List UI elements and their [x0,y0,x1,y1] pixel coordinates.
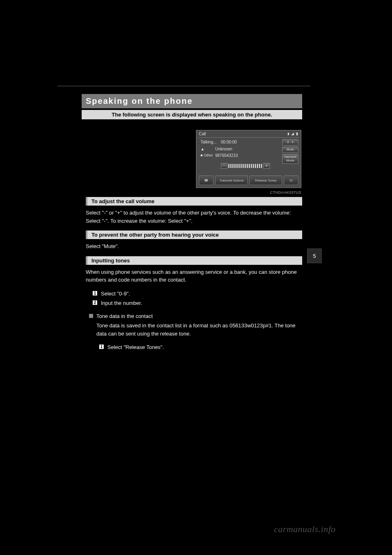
image-credit: CTHDAAK037US [196,190,301,195]
other-label: ■ Other [200,153,213,157]
adjust-volume-body: Select "-" or "+" to adjust the volume o… [86,209,298,225]
tones-lead: When using phone services such as an ans… [86,268,298,284]
in-call-screenshot: Call ◗ ◢ ▮ Talking... 00:00:00 ▲ Unknown… [196,130,301,188]
step-number-2: 2 [92,300,98,305]
volume-plus-button[interactable]: + [263,163,270,169]
talking-label: Talking... [200,140,216,144]
release-tones-button[interactable]: Release Tones [249,175,282,185]
tone-data-heading: Tone data in the contact [96,312,301,320]
step-row: 1 Select "0-9". [92,290,302,298]
square-bullet-row: Tone data in the contact [89,312,302,320]
screenshot-footer: ☎ Transmit Volume Release Tones ☏ [199,175,298,185]
content-column: Speaking on the phone The following scre… [82,94,302,351]
call-header-label: Call [199,132,206,136]
watermark: carmanuals.info [274,524,336,535]
subhead-inputting-tones: Inputting tones [86,256,302,265]
tone-data-body: Tone data is saved in the contact list i… [96,322,298,338]
step-number-1: 1 [92,291,98,296]
page-title: Speaking on the phone [82,94,302,108]
volume-bar [228,164,263,168]
caller-number: 9876543210 [215,153,238,158]
keypad-button[interactable]: 0 - 9 [282,139,298,145]
step-number-1b: 1 [99,344,104,349]
caller-name: Unknown [215,147,232,151]
volume-control: − + [221,163,270,169]
step-1-text: Select "0-9". [101,290,301,298]
section-tab-5: 5 [307,248,322,263]
prevent-hearing-body: Select "Mute". [86,242,298,251]
handset-mode-button[interactable]: Handset Mode [282,154,298,164]
step-1b-text: Select "Release Tones". [107,343,302,351]
square-bullet-icon [89,314,93,318]
subhead-prevent-hearing: To prevent the other party from hearing … [86,231,302,239]
screenshot-divider [198,137,299,138]
person-icon: ▲ [200,147,205,151]
step-2-text: Input the number. [101,299,301,307]
hangup-button[interactable]: ☎ [199,175,214,185]
call-button[interactable]: ☏ [284,175,298,185]
subhead-adjust-volume: To adjust the call volume [86,197,302,206]
call-timer: 00:00:00 [221,140,237,144]
volume-minus-button[interactable]: − [221,163,227,169]
mute-button[interactable]: Mute [282,147,298,153]
intro-box: The following screen is displayed when s… [82,110,302,119]
status-icons: ◗ ◢ ▮ [287,132,298,136]
transmit-volume-button[interactable]: Transmit Volume [215,175,248,185]
step-row: 2 Input the number. [92,299,302,307]
top-rule [57,86,310,86]
manual-page: 5 Speaking on the phone The following sc… [0,0,392,555]
step-row: 1 Select "Release Tones". [99,343,302,351]
